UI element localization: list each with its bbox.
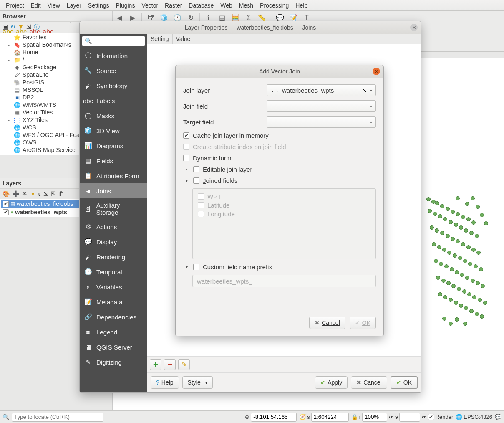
map-point[interactable] [465, 202, 469, 206]
lp-tab-diagrams[interactable]: 📊Diagrams [80, 138, 147, 153]
add-join-button[interactable]: ✚ [150, 359, 161, 370]
crs-label[interactable]: EPSG:4326 [464, 414, 492, 420]
map-point[interactable] [449, 298, 453, 302]
menu-layer[interactable]: Layer [63, 1, 85, 10]
map-point[interactable] [426, 197, 431, 201]
map-point[interactable] [468, 262, 472, 266]
scale-input[interactable] [311, 413, 349, 422]
layer-checkbox[interactable] [3, 209, 9, 215]
map-point[interactable] [437, 245, 441, 249]
map-point[interactable] [442, 248, 446, 252]
add-vector-join-title[interactable]: Add Vector Join ✕ [176, 65, 383, 78]
map-point[interactable] [441, 279, 446, 283]
lp-tab-symbology[interactable]: 🖌Symbology [80, 78, 147, 93]
map-point[interactable] [453, 253, 457, 258]
menu-edit[interactable]: Edit [28, 1, 44, 10]
map-point[interactable] [466, 217, 471, 221]
lp-tab-actions[interactable]: ⚙Actions [80, 219, 147, 234]
ok-button[interactable]: ✔OK [391, 376, 418, 389]
map-point[interactable] [457, 287, 461, 291]
cancel-button[interactable]: ✖Cancel [351, 376, 387, 389]
map-point[interactable] [463, 259, 467, 263]
map-point[interactable] [455, 317, 459, 322]
coordinate-input[interactable] [251, 413, 297, 422]
mag-spinner-icon[interactable]: ▴▾ [388, 415, 393, 419]
map-point[interactable] [471, 196, 475, 200]
map-point[interactable] [469, 231, 474, 235]
crs-icon[interactable]: 🌐 [456, 414, 462, 420]
map-point[interactable] [428, 209, 432, 213]
target-field-combo[interactable]: ▾ [267, 116, 376, 128]
expand-icon[interactable]: ▸ [186, 167, 190, 172]
locator-input[interactable] [12, 413, 103, 422]
close-icon[interactable]: ✕ [373, 68, 380, 75]
menu-project[interactable]: Project [3, 1, 28, 10]
map-point[interactable] [460, 273, 464, 277]
avj-cancel-button[interactable]: ✖Cancel [309, 317, 345, 329]
map-point[interactable] [451, 284, 456, 288]
map-point[interactable] [476, 281, 480, 285]
menu-mesh[interactable]: Mesh [236, 1, 257, 10]
layer-style-icon[interactable]: 🎨 [3, 190, 10, 197]
map-point[interactable] [481, 284, 485, 288]
map-point[interactable] [480, 213, 484, 217]
map-point[interactable] [447, 251, 451, 255]
lp-tab-rendering[interactable]: 🖌Rendering [80, 249, 147, 264]
custom-prefix-checkbox[interactable] [193, 264, 199, 270]
map-point[interactable] [443, 295, 447, 299]
map-point[interactable] [432, 242, 436, 246]
map-point[interactable] [454, 223, 458, 227]
render-checkbox[interactable] [428, 414, 434, 420]
map-point[interactable] [461, 215, 465, 219]
lp-tab-legend[interactable]: ≡Legend [80, 324, 147, 339]
menubar[interactable]: ProjectEditViewLayerSettingsPluginsVecto… [0, 0, 504, 11]
layer-remove-icon[interactable]: 🗑 [58, 190, 64, 197]
help-button[interactable]: ?Help [151, 376, 179, 389]
lp-tab-information[interactable]: ⓘInformation [80, 48, 147, 63]
lp-tab-3d-view[interactable]: 🧊3D View [80, 123, 147, 138]
map-point[interactable] [461, 242, 465, 246]
map-point[interactable] [440, 204, 444, 208]
avj-ok-button[interactable]: ✔OK [350, 317, 376, 329]
map-point[interactable] [435, 201, 439, 205]
map-point[interactable] [475, 234, 479, 238]
map-point[interactable] [446, 281, 451, 285]
map-point[interactable] [471, 248, 476, 252]
map-point[interactable] [443, 217, 447, 221]
style-button[interactable]: Style▾ [182, 376, 213, 389]
lock-icon[interactable]: 🔒 [351, 414, 358, 420]
map-point[interactable] [459, 304, 463, 308]
map-point[interactable] [483, 301, 487, 305]
map-point[interactable] [442, 317, 446, 321]
map-point[interactable] [455, 270, 459, 274]
map-point[interactable] [478, 298, 482, 302]
expand-icon[interactable]: ▾ [186, 178, 190, 183]
map-point[interactable] [456, 212, 460, 216]
menu-vector[interactable]: Vector [138, 1, 161, 10]
layer-expand-icon[interactable]: ⇲ [43, 190, 48, 197]
map-point[interactable] [480, 314, 484, 319]
menu-settings[interactable]: Settings [85, 1, 113, 10]
map-point[interactable] [451, 210, 455, 214]
lp-tab-qgis-server[interactable]: 🖥QGIS Server [80, 339, 147, 355]
map-point[interactable] [451, 237, 455, 241]
layer-collapse-icon[interactable]: ⇱ [51, 190, 56, 197]
map-point[interactable] [466, 245, 471, 249]
lp-tab-dependencies[interactable]: 🔗Dependencies [80, 309, 147, 324]
cache-checkbox[interactable] [183, 132, 189, 139]
rot-spinner-icon[interactable]: ▴▾ [421, 415, 426, 419]
lp-tab-temporal[interactable]: 🕐Temporal [80, 264, 147, 279]
properties-browser-icon[interactable]: ⓘ [34, 23, 40, 31]
dynamic-form-checkbox[interactable] [183, 155, 189, 161]
map-point[interactable] [476, 251, 481, 255]
remove-join-button[interactable]: ━ [164, 359, 176, 370]
layer-properties-search[interactable]: 🔍 [82, 36, 145, 46]
map-point[interactable] [446, 207, 450, 211]
map-point[interactable] [479, 267, 483, 271]
map-point[interactable] [450, 267, 454, 271]
map-point[interactable] [436, 276, 440, 280]
map-point[interactable] [458, 256, 462, 260]
map-point[interactable] [464, 228, 468, 233]
map-point[interactable] [449, 220, 453, 224]
map-point[interactable] [439, 262, 443, 266]
